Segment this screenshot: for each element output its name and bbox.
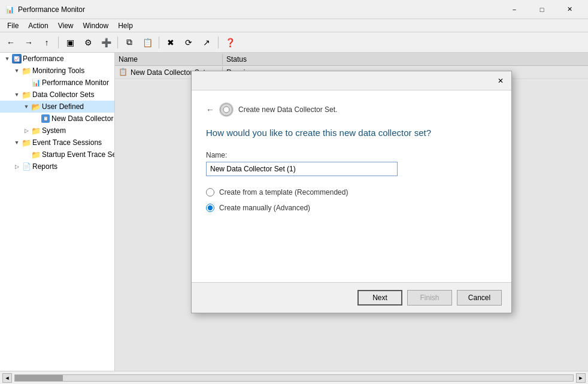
expand-monitoring[interactable]: ▼ <box>12 66 22 75</box>
sidebar-label-system: System <box>42 126 66 135</box>
sidebar-item-startup-event[interactable]: ▷ 📁 Startup Event Trace Ses... <box>0 149 114 161</box>
dialog-nav: ← Create new Data Collector Set. <box>206 102 497 117</box>
window-title: Performance Monitor <box>18 5 501 14</box>
radio-template[interactable]: Create from a template (Recommended) <box>206 188 497 196</box>
dialog-title-bar: ✕ <box>192 71 511 90</box>
dcs-folder-icon: 📁 <box>22 90 31 99</box>
dialog-close-button[interactable]: ✕ <box>495 75 507 87</box>
content-area: Name Status 📋 New Data Collector Set Run… <box>115 53 588 371</box>
finish-button[interactable]: Finish <box>407 290 452 306</box>
toolbar-paste[interactable]: 📋 <box>139 35 156 50</box>
sidebar-label-performance-monitor: Performance Monitor <box>42 78 109 87</box>
toolbar-export[interactable]: ↗ <box>198 35 215 50</box>
scroll-left[interactable]: ◄ <box>2 373 12 383</box>
radio-manual-label: Create manually (Advanced) <box>219 204 310 212</box>
dialog-footer: Next Finish Cancel <box>192 282 511 313</box>
perf-monitor-icon: 📊 <box>31 78 41 87</box>
sidebar-label-startup: Startup Event Trace Ses... <box>42 150 115 159</box>
sidebar-label-reports: Reports <box>32 162 57 171</box>
dialog-name-input[interactable] <box>206 162 398 176</box>
next-button[interactable]: Next <box>357 290 402 306</box>
sidebar-label-event-trace: Event Trace Sessions <box>32 138 102 147</box>
expand-reports[interactable]: ▷ <box>12 162 22 171</box>
sidebar-item-reports[interactable]: ▷ 📄 Reports <box>0 161 114 173</box>
event-trace-icon: 📁 <box>22 138 31 147</box>
toolbar-help[interactable]: ❓ <box>222 35 238 50</box>
toolbar-up[interactable]: ↑ <box>38 35 55 50</box>
sidebar-label-new-data-collector: New Data Collector Set <box>51 114 115 123</box>
dialog-body: ← Create new Data Collector Set. How wou… <box>192 90 511 282</box>
user-defined-icon: 📂 <box>31 102 41 111</box>
close-button[interactable]: ✕ <box>556 0 583 19</box>
menu-window[interactable]: Window <box>78 20 114 31</box>
status-bar: ◄ ► <box>0 371 588 384</box>
app-icon: 📊 <box>5 5 14 14</box>
scrollbar-thumb <box>15 375 63 381</box>
sidebar-item-performance-monitor[interactable]: ▷ 📊 Performance Monitor <box>0 77 114 89</box>
toolbar: ← → ↑ ▣ ⚙ ➕ ⧉ 📋 ✖ ⟳ ↗ ❓ <box>0 32 588 53</box>
dialog-step-icon <box>219 102 234 117</box>
dialog-step-label: Create new Data Collector Set. <box>238 105 337 114</box>
toolbar-copy[interactable]: ⧉ <box>121 35 138 50</box>
sidebar-item-performance[interactable]: ▼ 📈 Performance <box>0 53 114 65</box>
dialog-name-label: Name: <box>206 151 497 159</box>
menu-file[interactable]: File <box>2 20 23 31</box>
scroll-right[interactable]: ► <box>576 373 586 383</box>
monitoring-folder-icon: 📁 <box>22 66 31 75</box>
radio-group: Create from a template (Recommended) Cre… <box>206 188 497 212</box>
scrollbar-track <box>14 374 574 382</box>
main-layout: ▼ 📈 Performance ▼ 📁 Monitoring Tools ▷ 📊… <box>0 53 588 371</box>
expand-dcs[interactable]: ▼ <box>12 90 22 99</box>
title-bar: 📊 Performance Monitor − □ ✕ <box>0 0 588 19</box>
dialog-question: How would you like to create this new da… <box>206 126 497 139</box>
sidebar-label-performance: Performance <box>23 55 64 63</box>
expand-system[interactable]: ▷ <box>22 126 31 135</box>
sidebar-label-user-defined: User Defined <box>42 102 84 111</box>
toolbar-delete[interactable]: ✖ <box>162 35 179 50</box>
radio-manual-input[interactable] <box>206 204 214 212</box>
sidebar: ▼ 📈 Performance ▼ 📁 Monitoring Tools ▷ 📊… <box>0 53 115 371</box>
radio-manual[interactable]: Create manually (Advanced) <box>206 204 497 212</box>
dialog-back-button[interactable]: ← <box>206 105 214 114</box>
startup-icon: 📁 <box>31 150 41 159</box>
sidebar-item-user-defined[interactable]: ▼ 📂 User Defined <box>0 101 114 113</box>
menu-view[interactable]: View <box>53 20 78 31</box>
toolbar-new[interactable]: ➕ <box>98 35 114 50</box>
sidebar-label-data-collector-sets: Data Collector Sets <box>32 90 94 99</box>
sidebar-item-data-collector-sets[interactable]: ▼ 📁 Data Collector Sets <box>0 89 114 101</box>
scrollbar-area: ◄ ► <box>2 373 586 383</box>
sidebar-item-event-trace[interactable]: ▼ 📁 Event Trace Sessions <box>0 137 114 149</box>
menu-action[interactable]: Action <box>23 20 53 31</box>
maximize-button[interactable]: □ <box>528 0 556 19</box>
svg-point-1 <box>223 107 229 113</box>
window-controls: − □ ✕ <box>501 0 583 19</box>
sidebar-item-new-data-collector[interactable]: ▷ 📋 New Data Collector Set <box>0 113 114 125</box>
sidebar-item-monitoring-tools[interactable]: ▼ 📁 Monitoring Tools <box>0 65 114 77</box>
dialog: ✕ ← Create new Data Collector Set. <box>191 71 512 313</box>
expand-performance[interactable]: ▼ <box>2 54 12 64</box>
toolbar-refresh[interactable]: ⟳ <box>180 35 197 50</box>
radio-template-input[interactable] <box>206 188 214 196</box>
toolbar-show-hide[interactable]: ▣ <box>62 35 78 50</box>
toolbar-forward[interactable]: → <box>20 35 37 50</box>
system-icon: 📁 <box>31 126 41 135</box>
expand-event-trace[interactable]: ▼ <box>12 138 22 147</box>
toolbar-back[interactable]: ← <box>2 35 19 50</box>
reports-icon: 📄 <box>22 162 31 171</box>
performance-icon: 📈 <box>12 54 22 64</box>
minimize-button[interactable]: − <box>501 0 528 19</box>
sidebar-item-system[interactable]: ▷ 📁 System <box>0 125 114 137</box>
dialog-overlay: ✕ ← Create new Data Collector Set. <box>115 53 588 371</box>
cancel-button[interactable]: Cancel <box>457 290 502 306</box>
menu-bar: File Action View Window Help <box>0 19 588 32</box>
radio-template-label: Create from a template (Recommended) <box>219 188 348 196</box>
menu-help[interactable]: Help <box>113 20 138 31</box>
toolbar-properties[interactable]: ⚙ <box>80 35 96 50</box>
expand-user-defined[interactable]: ▼ <box>22 102 31 111</box>
ndc-icon: 📋 <box>41 114 50 123</box>
sidebar-label-monitoring-tools: Monitoring Tools <box>32 66 84 75</box>
